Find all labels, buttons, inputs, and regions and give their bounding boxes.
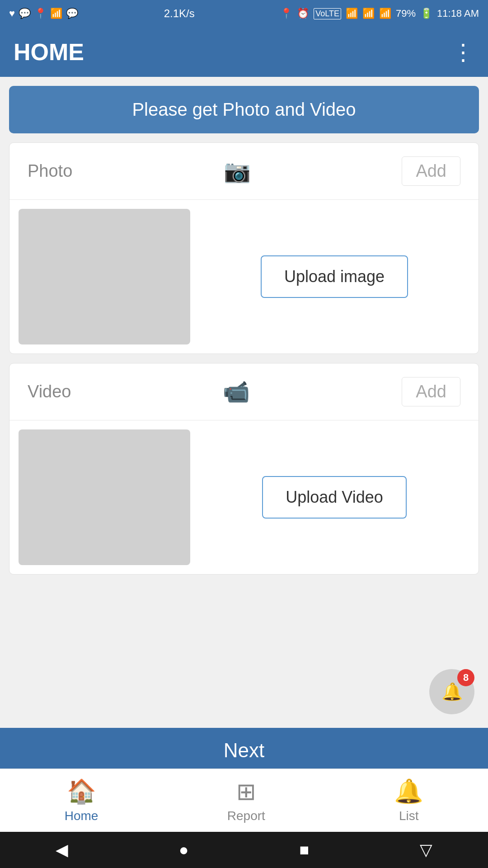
photo-upload-actions: Upload image [199,255,469,298]
banner-text: Please get Photo and Video [132,99,356,119]
photo-upload-section: Upload image [9,200,479,354]
nav-report-label: Report [227,809,265,823]
message-icon: 💬 [19,8,31,19]
sim-icon: 📶 [50,8,62,19]
app-bar: HOME ⋮ [0,27,488,77]
camera-icon: 📷 [224,159,251,184]
android-nav: ◀ ● ■ ▽ [0,832,488,868]
volte-icon: VoLTE [314,8,341,19]
status-bar-right: 📍 ⏰ VoLTE 📶 📶 📶 79% 🔋 11:18 AM [280,8,479,19]
photo-card: Photo 📷 Add Upload image [9,142,479,354]
upload-image-button[interactable]: Upload image [261,255,408,298]
video-add-button[interactable]: Add [402,377,460,406]
video-row: Video 📹 Add [9,363,479,420]
nav-home-label: Home [65,809,99,823]
report-icon: ⊞ [236,778,256,805]
battery-icon: 🔋 [420,8,432,19]
photo-add-button[interactable]: Add [402,156,460,186]
battery-percent: 79% [396,8,416,19]
android-menu-button[interactable]: ▽ [420,840,432,859]
app-title: HOME [14,38,84,66]
notification-icon: 🔔 [441,682,463,702]
nav-home[interactable]: 🏠 Home [65,778,99,823]
bottom-nav: 🏠 Home ⊞ Report 🔔 List [0,769,488,832]
home-icon: 🏠 [67,778,96,805]
notification-fab[interactable]: 🔔 8 [429,669,474,714]
next-button[interactable]: Next [0,728,488,773]
notification-badge: 8 [457,669,474,686]
video-camera-icon: 📹 [223,379,250,405]
video-thumbnail [19,429,190,565]
android-home-button[interactable]: ● [179,840,189,859]
photo-thumbnail [19,209,190,344]
status-speed: 2.1K/s [164,7,195,20]
android-back-button[interactable]: ◀ [56,840,68,859]
location-icon: 📍 [280,8,292,19]
photo-row: Photo 📷 Add [9,143,479,200]
main-content: Please get Photo and Video Photo 📷 Add U… [0,77,488,773]
phone-icon: 📍 [34,8,47,19]
nav-list-label: List [399,809,419,823]
alarm-icon: ⏰ [297,8,309,19]
nav-report[interactable]: ⊞ Report [227,778,265,823]
photo-label: Photo [28,161,72,181]
video-upload-actions: Upload Video [199,476,469,519]
bell-icon: 🔔 [394,778,423,805]
nav-list[interactable]: 🔔 List [394,778,423,823]
signal2-icon: 📶 [379,8,391,19]
menu-button[interactable]: ⋮ [452,41,474,63]
status-bar-left: ♥ 💬 📍 📶 💬 [9,8,78,19]
time-display: 11:18 AM [437,8,479,19]
video-upload-section: Upload Video [9,420,479,574]
whatsapp-icon: 💬 [66,8,78,19]
wifi-icon: 📶 [346,8,358,19]
android-recent-button[interactable]: ■ [300,840,310,859]
heart-icon: ♥ [9,8,15,19]
status-bar: ♥ 💬 📍 📶 💬 2.1K/s 📍 ⏰ VoLTE 📶 📶 📶 79% 🔋 1… [0,0,488,27]
video-label: Video [28,382,71,401]
upload-video-button[interactable]: Upload Video [262,476,407,519]
signal1-icon: 📶 [362,8,375,19]
video-card: Video 📹 Add Upload Video [9,363,479,575]
photo-video-banner: Please get Photo and Video [9,86,479,133]
